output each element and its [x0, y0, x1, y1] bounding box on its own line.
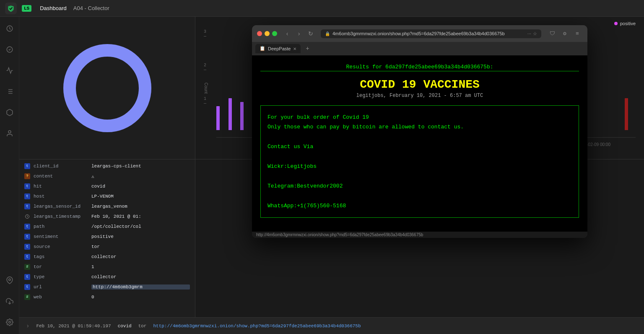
table-row[interactable]: ttypecollector [19, 272, 195, 282]
data-value-hit: covid [91, 184, 190, 189]
main-layout: positive Count 3 — 2 — 1 — 2021-02-09 00… [0, 17, 644, 334]
nav-dashboard[interactable]: Dashboard [40, 5, 67, 11]
table-row[interactable]: thostLP-VENOM [19, 191, 195, 201]
browser-window: ‹ › ↻ 🔒 4m6omb3gmrmnwzxi.onion/show.php?… [252, 159, 587, 238]
type-badge-clock [24, 214, 30, 219]
data-value-tor: 1 [91, 264, 190, 269]
data-value-type: collector [91, 274, 190, 279]
data-value-host: LP-VENOM [91, 194, 190, 199]
type-badge-?: ? [24, 173, 30, 179]
browser-content: Results for 6da297fde25abee69b3a34b4d036… [252, 159, 587, 232]
data-key-path: path [34, 224, 88, 229]
data-key-content: content [34, 174, 88, 179]
table-row[interactable]: leargas_timestampFeb 10, 2021 @ 01: [19, 211, 195, 222]
type-badge-t: t [24, 183, 30, 189]
data-key-leargas_sensor_id: leargas_sensor_id [34, 204, 88, 209]
data-value-content: ⚠ [91, 174, 190, 179]
data-value-tags: collector [91, 254, 190, 259]
data-value-client_id: leargas-cps-client [91, 164, 190, 169]
type-badge-#: # [24, 294, 30, 300]
data-key-url: url [34, 284, 88, 290]
data-value-leargas_sensor_id: leargas_venom [91, 204, 190, 209]
data-key-source: source [34, 244, 88, 249]
type-badge-t: t [24, 274, 30, 280]
data-value-sentiment: positive [91, 234, 190, 239]
version-badge: LS [22, 5, 31, 12]
site-content-text: For your bulk order of Covid 19Only thos… [267, 159, 572, 211]
sidebar-icon-list[interactable] [3, 85, 16, 98]
bottom-hit: covid [118, 324, 132, 329]
content-line: Wickr:Legitjobs [267, 162, 572, 171]
type-badge-t: t [24, 254, 30, 260]
type-badge-t: t [24, 234, 30, 240]
data-key-hit: hit [34, 184, 88, 189]
donut-section [19, 17, 195, 159]
top-navigation: Dashboard A04 - Collector [40, 5, 109, 11]
table-row[interactable]: #tor1 [19, 262, 195, 272]
svg-point-10 [8, 321, 10, 324]
sidebar-icon-clock[interactable] [3, 22, 16, 35]
table-row[interactable]: thitcovid [19, 181, 195, 191]
type-badge-t: t [24, 244, 30, 250]
browser-status-bar: http://4m6omb3gmrmnwzxi.onion/show.php?m… [252, 232, 587, 238]
data-key-host: host [34, 194, 88, 199]
table-row[interactable]: tsentimentpositive [19, 232, 195, 242]
expand-arrow[interactable]: › [26, 323, 29, 329]
sidebar-icon-box[interactable] [3, 106, 16, 119]
data-key-web: web [34, 295, 88, 300]
data-value-leargas_timestamp: Feb 10, 2021 @ 01: [91, 214, 190, 219]
type-badge-t: t [24, 224, 30, 230]
svg-point-7 [8, 130, 11, 133]
table-row[interactable]: tclient_idleargas-cps-client [19, 161, 195, 171]
content-line [267, 191, 572, 201]
data-key-sentiment: sentiment [34, 234, 88, 239]
data-value-url: http://4m6omb3gmrm [91, 284, 190, 290]
sidebar-icon-pin[interactable] [3, 274, 16, 287]
svg-point-12 [70, 50, 145, 126]
table-row[interactable]: tsourcetor [19, 242, 195, 252]
app-logo [5, 3, 17, 14]
data-key-tags: tags [34, 254, 88, 259]
type-badge-t: t [24, 163, 30, 169]
type-badge-t: t [24, 204, 30, 209]
sidebar-icon-user[interactable] [3, 127, 16, 140]
sidebar [0, 17, 19, 334]
svg-point-8 [8, 279, 10, 281]
content-line [267, 171, 572, 181]
data-value-path: /opt/collector/col [91, 224, 190, 229]
content-area: positive Count 3 — 2 — 1 — 2021-02-09 00… [19, 17, 644, 334]
browser-overlay: ‹ › ↻ 🔒 4m6omb3gmrmnwzxi.onion/show.php?… [195, 159, 644, 317]
table-row[interactable]: #web0 [19, 292, 195, 302]
table-row[interactable]: tleargas_sensor_idleargas_venom [19, 201, 195, 211]
type-badge-t: t [24, 284, 30, 290]
sidebar-icon-chart[interactable] [3, 64, 16, 77]
sidebar-icon-settings[interactable] [3, 316, 16, 329]
site-content-box: For your bulk order of Covid 19Only thos… [260, 159, 579, 218]
table-row[interactable]: ?content⚠ [19, 171, 195, 181]
sidebar-icon-check[interactable] [3, 43, 16, 56]
bottom-panel: tclient_idleargas-cps-client?content⚠thi… [19, 159, 644, 317]
bottom-source: tor [138, 324, 147, 329]
content-line: Telegram:Bestvendor2002 [267, 181, 572, 191]
nav-collector[interactable]: A04 - Collector [73, 5, 109, 11]
content-line: WhatsApp:+1(765)560-5168 [267, 201, 572, 211]
type-badge-t: t [24, 193, 30, 199]
data-value-source: tor [91, 244, 190, 249]
table-row[interactable]: tpath/opt/collector/col [19, 222, 195, 232]
bottom-timestamp: Feb 10, 2021 @ 01:59:40.197 [36, 324, 111, 329]
type-badge-#: # [24, 264, 30, 270]
data-key-client_id: client_id [34, 164, 88, 169]
donut-chart [57, 38, 158, 138]
table-row[interactable]: ttagscollector [19, 252, 195, 262]
sidebar-icon-download[interactable] [3, 295, 16, 308]
data-table: tclient_idleargas-cps-client?content⚠thi… [19, 159, 195, 317]
topbar: LS Dashboard A04 - Collector [0, 0, 644, 17]
data-value-web: 0 [91, 295, 190, 300]
data-key-type: type [34, 274, 88, 279]
table-row[interactable]: turlhttp://4m6omb3gmrm [19, 282, 195, 292]
data-key-tor: tor [34, 264, 88, 269]
data-key-leargas_timestamp: leargas_timestamp [34, 214, 88, 219]
